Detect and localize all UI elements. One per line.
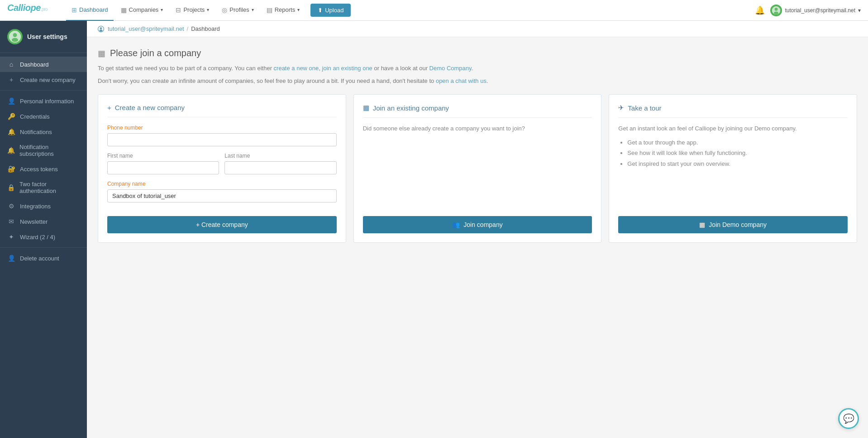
breadcrumb-current: Dashboard: [191, 25, 220, 32]
join-company-btn-icon: 👥: [452, 221, 460, 228]
user-menu-chevron-icon: ▾: [858, 7, 861, 14]
lastname-input[interactable]: [224, 161, 336, 174]
wizard-sidebar-icon: ✦: [7, 233, 15, 241]
reports-nav-icon: ▤: [267, 6, 272, 14]
nav-reports[interactable]: ▤ Reports ▾: [261, 0, 305, 21]
sidebar-wizard-label: Wizard (2 / 4): [20, 234, 55, 241]
sidebar-item-two-factor[interactable]: 🔒 Two factor authentication: [0, 177, 87, 198]
sidebar: User settings ⌂ Dashboard + Create new c…: [0, 21, 87, 438]
top-navigation: Calliope.pro ⊞ Dashboard ▦ Companies ▾ ⊟…: [0, 0, 868, 21]
profiles-nav-icon: ◎: [222, 6, 227, 14]
two-factor-sidebar-icon: 🔒: [7, 184, 15, 191]
svg-point-5: [12, 38, 18, 42]
demo-link[interactable]: Demo Company: [429, 65, 472, 72]
sidebar-credentials-label: Credentials: [20, 113, 50, 120]
firstname-group: First name: [107, 153, 219, 174]
upload-button[interactable]: ⬆ Upload: [310, 4, 351, 17]
sidebar-item-dashboard[interactable]: ⌂ Dashboard: [0, 57, 87, 72]
create-company-btn-label: + Create company: [196, 221, 248, 228]
content-area: tutorial_user@spriteymail.net / Dashboar…: [87, 21, 868, 438]
nav-companies-label: Companies: [129, 6, 159, 13]
create-company-button[interactable]: + Create company: [107, 216, 337, 233]
join-desc: Did someone else already create a compan…: [363, 125, 592, 132]
cards-row: + Create a new company Phone number Firs…: [98, 94, 857, 243]
sidebar-item-access-tokens[interactable]: 🔐 Access tokens: [0, 161, 87, 177]
user-menu[interactable]: tutorial_user@spriteymail.net ▾: [770, 5, 861, 16]
nav-dashboard[interactable]: ⊞ Dashboard: [66, 0, 114, 21]
company-name-group: Company name: [107, 181, 337, 202]
svg-point-4: [13, 33, 17, 37]
sidebar-item-notifications[interactable]: 🔔 Notifications: [0, 124, 87, 140]
nav-projects[interactable]: ⊟ Projects ▾: [170, 0, 215, 21]
sidebar-item-create-company[interactable]: + Create new company: [0, 72, 87, 87]
join-link[interactable]: join an existing one: [322, 65, 372, 72]
join-company-card: ▦ Join an existing company Did someone e…: [353, 94, 602, 243]
sidebar-two-factor-label: Two factor authentication: [19, 181, 80, 194]
reports-chevron-icon: ▾: [297, 7, 300, 12]
create-company-card-title: + Create a new company: [107, 104, 337, 117]
sidebar-dashboard-label: Dashboard: [20, 61, 49, 68]
nav-companies[interactable]: ▦ Companies ▾: [115, 0, 169, 21]
create-link[interactable]: create a new one: [274, 65, 319, 72]
page-title-icon: ▦: [98, 48, 105, 58]
companies-nav-icon: ▦: [121, 6, 127, 14]
upload-label: Upload: [325, 7, 343, 14]
sidebar-item-credentials[interactable]: 🔑 Credentials: [0, 109, 87, 124]
nav-right: 🔔 tutorial_user@spriteymail.net ▾: [755, 5, 861, 16]
main-layout: User settings ⌂ Dashboard + Create new c…: [0, 21, 868, 438]
sidebar-newsletter-label: Newsletter: [20, 218, 48, 225]
join-company-title-text: Join an existing company: [373, 104, 449, 112]
chat-bubble-icon: 💬: [843, 413, 854, 424]
page-title-row: ▦ Please join a company: [98, 48, 857, 58]
sidebar-item-newsletter[interactable]: ✉ Newsletter: [0, 214, 87, 229]
dashboard-sidebar-icon: ⌂: [7, 61, 15, 68]
profiles-chevron-icon: ▾: [252, 7, 254, 12]
sidebar-item-personal-info[interactable]: 👤 Personal information: [0, 93, 87, 109]
lastname-group: Last name: [224, 153, 336, 174]
sidebar-divider-1: [0, 90, 87, 91]
chat-link[interactable]: open a chat with us: [436, 77, 486, 84]
nav-profiles-label: Profiles: [229, 6, 249, 13]
sidebar-integrations-label: Integrations: [20, 203, 51, 210]
chat-bubble-button[interactable]: 💬: [838, 408, 859, 429]
breadcrumb-user-text: tutorial_user@spriteymail.net: [108, 25, 184, 32]
newsletter-sidebar-icon: ✉: [7, 218, 15, 225]
phone-group: Phone number: [107, 125, 337, 146]
notification-bell-icon[interactable]: 🔔: [755, 5, 765, 15]
join-demo-button[interactable]: ▦ Join Demo company: [618, 216, 848, 233]
sidebar-nav: ⌂ Dashboard + Create new company 👤 Perso…: [0, 53, 87, 270]
svg-point-2: [774, 11, 778, 14]
tour-desc: Get an instant look an feel of Calliope …: [618, 125, 848, 132]
projects-nav-icon: ⊟: [176, 6, 181, 14]
phone-label: Phone number: [107, 125, 337, 131]
svg-point-8: [100, 29, 103, 31]
join-company-card-title: ▦ Join an existing company: [363, 104, 592, 118]
page-content: ▦ Please join a company To get started w…: [87, 37, 868, 254]
logo-text: Calliope.pro: [7, 3, 48, 17]
breadcrumb-user-link[interactable]: tutorial_user@spriteymail.net: [98, 25, 184, 32]
join-company-button[interactable]: 👥 Join company: [363, 216, 592, 233]
nav-projects-label: Projects: [183, 6, 205, 13]
firstname-input[interactable]: [107, 161, 219, 174]
dashboard-nav-icon: ⊞: [72, 6, 77, 14]
logo[interactable]: Calliope.pro: [7, 3, 57, 17]
tour-feature-3: Get inspired to start your own overview.: [627, 159, 848, 169]
sidebar-user-avatar: [7, 29, 23, 44]
sidebar-item-notification-subscriptions[interactable]: 🔔 Notification subscriptions: [0, 140, 87, 161]
sidebar-title: User settings: [27, 33, 67, 40]
company-name-label: Company name: [107, 181, 337, 187]
firstname-label: First name: [107, 153, 219, 159]
sidebar-delete-account-label: Delete account: [20, 255, 59, 262]
access-tokens-sidebar-icon: 🔐: [7, 165, 15, 173]
company-name-input[interactable]: [107, 189, 337, 202]
sidebar-notifications-label: Notifications: [20, 129, 52, 135]
sidebar-item-wizard[interactable]: ✦ Wizard (2 / 4): [0, 229, 87, 245]
phone-input[interactable]: [107, 133, 337, 146]
sidebar-item-integrations[interactable]: ⚙ Integrations: [0, 198, 87, 214]
sidebar-divider-2: [0, 247, 87, 248]
sidebar-item-delete-account[interactable]: 👤 Delete account: [0, 250, 87, 266]
sidebar-access-tokens-label: Access tokens: [20, 166, 58, 173]
nav-profiles[interactable]: ◎ Profiles ▾: [216, 0, 259, 21]
sidebar-header: User settings: [0, 21, 87, 53]
tour-title-text: Take a tour: [628, 104, 661, 112]
